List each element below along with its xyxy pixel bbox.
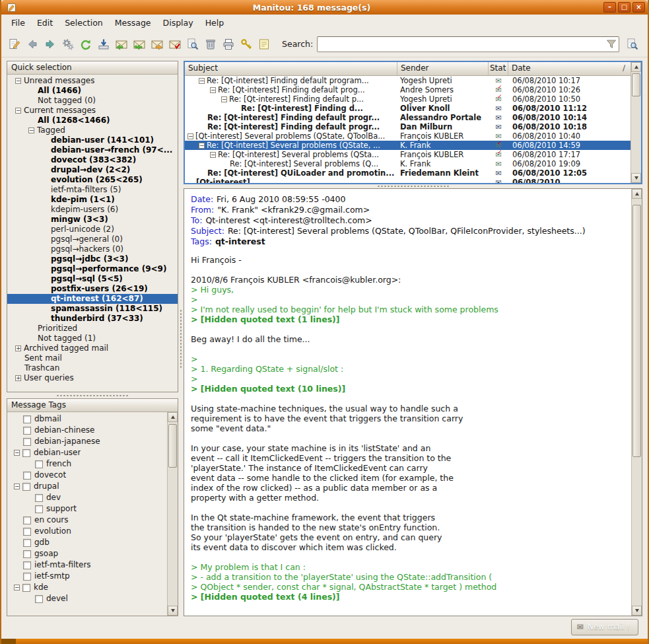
checkbox[interactable] <box>22 449 30 457</box>
column-header-subject[interactable]: Subject <box>185 62 397 75</box>
minimize-icon[interactable]: – <box>603 2 616 13</box>
scroll-up-button[interactable] <box>168 412 178 422</box>
message-row[interactable]: −Re: [Qt-interest] Finding default prog.… <box>185 85 631 94</box>
print-icon[interactable] <box>219 35 237 54</box>
quick-selection-item[interactable]: postfix-users (26<19) <box>7 284 178 294</box>
checkbox[interactable] <box>23 427 31 435</box>
scrollbar-thumb[interactable] <box>168 424 177 468</box>
encryption-keys-icon[interactable] <box>237 35 255 54</box>
collapse-icon[interactable]: − <box>14 450 20 456</box>
message-row[interactable]: [Qt-interest] ...✉06/08/2010 <box>185 178 631 183</box>
filter-icon[interactable] <box>605 38 617 50</box>
fetch-mail-icon[interactable] <box>94 35 112 54</box>
checkbox[interactable] <box>23 573 31 581</box>
quick-selection-item[interactable]: spamassassin (118<115) <box>7 304 178 314</box>
search-input[interactable] <box>318 38 605 51</box>
scrollbar-thumb[interactable] <box>632 73 640 96</box>
expand-icon[interactable]: + <box>15 345 21 351</box>
collapse-icon[interactable]: − <box>28 127 34 133</box>
quick-selection-item[interactable]: pgsql→hackers (0) <box>7 244 178 254</box>
collapse-icon[interactable]: − <box>14 585 20 590</box>
message-tag-item[interactable]: ietf-smtp <box>7 571 167 582</box>
quick-selection-item[interactable]: −Unread messages <box>7 76 178 86</box>
reply-mail-icon[interactable] <box>112 35 130 54</box>
message-row[interactable]: −Re: [Qt-interest] Several problems (QSt… <box>185 141 631 150</box>
menu-display[interactable]: Display <box>157 15 199 30</box>
message-tag-item[interactable]: dbmail <box>7 413 167 425</box>
hidden-quote-toggle[interactable]: > [Hidden quoted text (4 lines)] <box>191 592 631 602</box>
new-mail-button[interactable]: ✉ New mail ! <box>571 619 638 635</box>
message-row[interactable]: −[Qt-interest] Several problems (QState,… <box>185 131 631 141</box>
message-row[interactable]: Re: [Qt-interest] Finding default progr.… <box>185 122 631 131</box>
checkbox[interactable] <box>23 561 31 569</box>
hidden-quote-toggle[interactable]: > [Hidden quoted text (1 lines)] <box>191 314 631 324</box>
message-tag-item[interactable]: dovecot <box>7 470 167 481</box>
collapse-icon[interactable]: − <box>15 78 21 84</box>
message-row[interactable]: Re: [Qt-interest] Finding default progr.… <box>185 113 631 122</box>
left-panel-splitter[interactable] <box>7 392 178 398</box>
titlebar[interactable]: Manitou: 168 message(s) –□× <box>1 0 648 15</box>
quick-selection-item[interactable]: Prioritized <box>7 324 178 334</box>
column-header-sender[interactable]: Sender <box>397 62 489 75</box>
collapse-icon[interactable]: − <box>210 152 216 158</box>
quick-selection-item[interactable]: All (1268<1466) <box>7 116 178 125</box>
collapse-icon[interactable]: − <box>14 483 20 489</box>
message-tag-item[interactable]: −drupal <box>7 481 167 492</box>
hidden-quote-toggle[interactable]: > [Hidden quoted text (10 lines)] <box>191 384 631 394</box>
checkbox[interactable] <box>23 539 31 547</box>
menu-edit[interactable]: Edit <box>31 15 59 30</box>
checkbox[interactable] <box>23 528 31 536</box>
quick-selection-item[interactable]: pgsql→jdbc (3<3) <box>7 254 178 264</box>
menu-help[interactable]: Help <box>199 15 230 30</box>
quick-selection-item[interactable]: evolution (265<265) <box>7 175 178 185</box>
checkbox[interactable] <box>23 517 31 524</box>
gears-icon[interactable] <box>59 35 77 54</box>
message-tag-item[interactable]: en cours <box>7 515 167 526</box>
column-header-stat[interactable]: Stat <box>489 62 508 75</box>
message-tag-item[interactable]: gdb <box>7 537 167 548</box>
edit-note-icon[interactable] <box>255 35 273 54</box>
collapse-icon[interactable]: − <box>199 143 205 149</box>
forward-icon[interactable] <box>41 35 59 54</box>
checkbox[interactable] <box>35 494 43 502</box>
quick-selection-item[interactable]: All (1466) <box>7 86 178 96</box>
message-row[interactable]: Re: [Qt-interest] Several problems (Q...… <box>185 159 631 168</box>
checkbox[interactable] <box>22 483 30 491</box>
search-button[interactable] <box>623 35 641 54</box>
collapse-icon[interactable]: − <box>188 133 193 139</box>
refresh-icon[interactable] <box>77 35 94 54</box>
quick-selection-item[interactable]: debian-user→french (97<... <box>7 145 178 155</box>
menu-file[interactable]: File <box>5 15 31 30</box>
quick-selection-item[interactable]: perl-unicode (2) <box>7 225 178 234</box>
message-tag-item[interactable]: support <box>7 503 167 515</box>
checkbox[interactable] <box>22 584 30 592</box>
quick-selection-item[interactable]: +Archived tagged mail <box>7 343 178 353</box>
collapse-icon[interactable]: − <box>199 78 205 84</box>
quick-selection-item[interactable]: debian-user (141<101) <box>7 135 178 145</box>
menu-message[interactable]: Message <box>109 15 157 30</box>
column-header-date[interactable]: Date ∕ <box>508 62 631 75</box>
quick-selection-item[interactable]: Not tagged (1) <box>7 334 178 343</box>
scroll-down-button[interactable] <box>168 606 178 616</box>
message-tag-item[interactable]: gsoap <box>7 548 167 559</box>
checkbox[interactable] <box>35 595 43 603</box>
message-row[interactable]: −Re: [Qt-interest] Several problems (QSt… <box>185 150 631 159</box>
menu-selection[interactable]: Selection <box>59 15 109 30</box>
scrollbar-thumb[interactable] <box>632 205 641 457</box>
message-tag-item[interactable]: −kde <box>7 582 167 593</box>
scroll-down-button[interactable] <box>632 606 642 616</box>
quick-selection-item[interactable]: pgsql→performance (9<9) <box>7 264 178 274</box>
message-tag-item[interactable]: −debian-user <box>7 447 167 458</box>
trash-icon[interactable] <box>201 35 219 54</box>
quick-selection-item[interactable]: Sent mail <box>7 353 178 363</box>
message-tag-item[interactable]: devel <box>7 593 167 604</box>
message-row[interactable]: −Re: [Qt-interest] Finding default p...Y… <box>185 94 631 104</box>
collapse-icon[interactable]: − <box>15 108 21 114</box>
quick-selection-item[interactable]: kdepim-users (6) <box>7 205 178 215</box>
scrollbar-track[interactable] <box>168 422 178 606</box>
checkbox[interactable] <box>23 438 31 446</box>
quick-selection-item[interactable]: kde-pim (1<1) <box>7 195 178 205</box>
scrollbar-track[interactable] <box>631 72 641 173</box>
expand-icon[interactable]: + <box>15 375 21 381</box>
quick-selection-item[interactable]: drupal→dev (2<2) <box>7 165 178 175</box>
